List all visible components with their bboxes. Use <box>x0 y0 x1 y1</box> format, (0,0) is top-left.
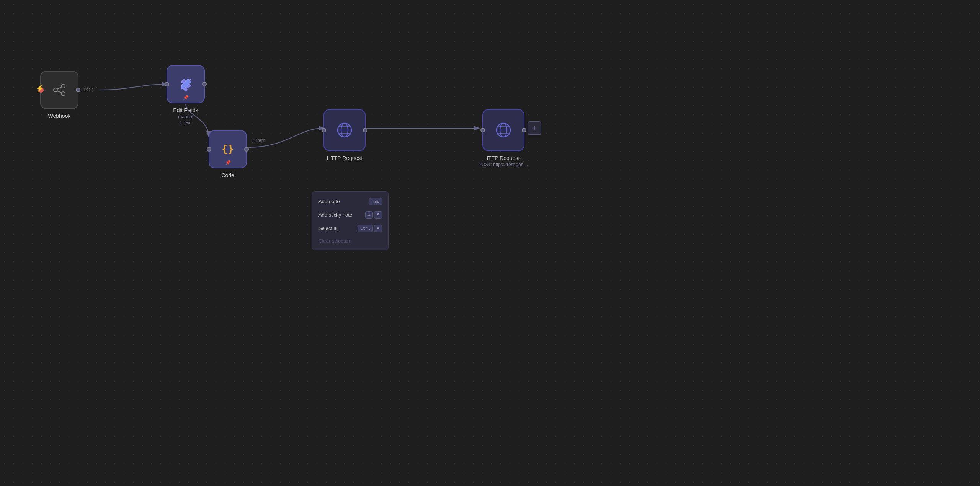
http-input-port[interactable] <box>322 128 326 132</box>
webhook-label: Webhook <box>48 113 71 119</box>
edit-fields-badge: 1 item <box>180 120 191 125</box>
menu-item-add-node[interactable]: Add node Tab <box>312 195 388 208</box>
edit-fields-node-box[interactable]: 📌 <box>167 65 205 103</box>
edit-fields-sublabel: manual <box>178 114 193 119</box>
http-request1-label: HTTP Request1 <box>484 155 523 161</box>
menu-item-select-all-label: Select all <box>318 225 339 231</box>
workflow-canvas[interactable]: 1 item POST Webhook <box>0 0 980 486</box>
pin-icon: 📌 <box>183 95 189 100</box>
webhook-icon <box>50 81 69 99</box>
edit-fields-label: Edit Fields <box>173 107 198 113</box>
svg-text:{}: {} <box>222 143 234 155</box>
globe-icon <box>335 121 354 139</box>
webhook-node-box[interactable]: POST <box>40 71 78 109</box>
menu-item-clear-label: Clear selection <box>318 238 351 244</box>
select-all-shortcut: Ctrl A <box>358 225 382 232</box>
code-pin-icon: 📌 <box>225 160 231 165</box>
http-output-port[interactable] <box>363 128 368 132</box>
webhook-output-port[interactable] <box>76 88 80 92</box>
code-node-box[interactable]: {} 📌 <box>209 130 247 168</box>
edit-fields-output-port[interactable] <box>202 82 207 86</box>
http-request-node[interactable]: HTTP Request <box>323 109 366 161</box>
pencil-icon <box>177 76 194 93</box>
braces-icon: {} <box>219 141 236 158</box>
trigger-lightning: ⚡ <box>36 84 44 93</box>
edit-fields-node[interactable]: 📌 Edit Fields manual 1 item <box>167 65 205 125</box>
code-input-port[interactable] <box>207 147 211 152</box>
http-request-label: HTTP Request <box>327 155 362 161</box>
add-node-button-area: + <box>528 121 541 135</box>
svg-line-4 <box>57 91 61 93</box>
menu-item-clear-selection: Clear selection <box>312 235 388 247</box>
svg-point-0 <box>54 88 57 92</box>
add-node-shortcut: Tab <box>369 198 382 205</box>
code-label: Code <box>221 172 234 178</box>
menu-item-select-all[interactable]: Select all Ctrl A <box>312 222 388 235</box>
svg-point-1 <box>61 84 65 88</box>
globe1-icon <box>494 121 513 139</box>
http-request1-node[interactable]: HTTP Request1 POST: https://rest.gohighl… <box>479 109 528 167</box>
http1-input-port[interactable] <box>480 128 485 132</box>
http1-output-port[interactable] <box>522 128 526 132</box>
code-to-http-label: 1 item <box>253 138 265 143</box>
http-request-box[interactable] <box>323 109 366 151</box>
connections-layer <box>0 0 980 486</box>
svg-point-2 <box>61 92 65 96</box>
menu-item-add-sticky[interactable]: Add sticky note ⌘ S <box>312 208 388 222</box>
svg-line-3 <box>57 87 61 89</box>
context-menu[interactable]: Add node Tab Add sticky note ⌘ S Select … <box>312 191 389 250</box>
edit-fields-input-port[interactable] <box>165 82 169 86</box>
add-node-button[interactable]: + <box>528 121 541 135</box>
webhook-post-label: POST <box>83 87 96 93</box>
add-sticky-shortcut: ⌘ S <box>365 211 382 219</box>
webhook-node[interactable]: POST Webhook <box>40 71 78 119</box>
code-output-port[interactable] <box>244 147 249 152</box>
menu-item-add-node-label: Add node <box>318 199 340 204</box>
code-node[interactable]: {} 📌 Code <box>209 130 247 178</box>
http-request1-sublabel: POST: https://rest.gohighleve... <box>479 162 528 167</box>
menu-item-add-sticky-label: Add sticky note <box>318 212 352 218</box>
http-request1-box[interactable] <box>482 109 524 151</box>
